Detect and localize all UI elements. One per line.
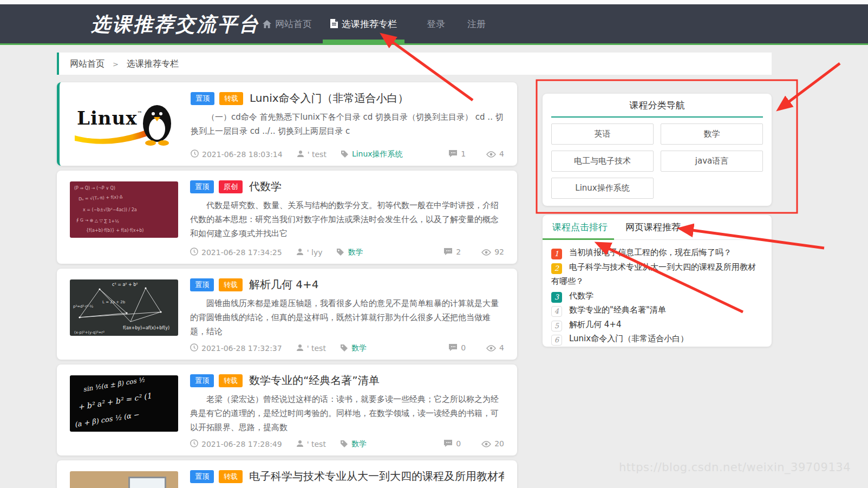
ranking-item[interactable]: 6Lunix命令入门（非常适合小白） bbox=[551, 331, 763, 346]
tab-course-click-ranking[interactable]: 课程点击排行 bbox=[543, 215, 614, 239]
rank-badge: 2 bbox=[551, 263, 562, 274]
ranking-tabs: 课程点击排行 网页课程推荐 bbox=[543, 215, 772, 240]
view-count: 4 bbox=[486, 149, 504, 159]
post-author[interactable]: ' lyy bbox=[307, 248, 323, 257]
category-button-english[interactable]: 英语 bbox=[551, 123, 654, 145]
nav-item-course-column[interactable]: 选课推荐专栏 bbox=[330, 4, 397, 43]
post-title[interactable]: 数学专业的“经典名著”清单 bbox=[249, 373, 380, 388]
annotation-arrow-category-panel bbox=[779, 63, 840, 109]
user-icon bbox=[296, 344, 304, 353]
badge-pinned: 置顶 bbox=[191, 92, 214, 105]
post-card[interactable]: Linux™ 置顶 转载 Lunix命令入门（非常适合小白） （一）cd命令 首… bbox=[57, 82, 517, 166]
post-excerpt: 圆锥曲线历来都是难题压轴题，我看很多人给的意见不是简单粗暴的计算就是大量的背圆锥… bbox=[190, 297, 504, 339]
ranking-item-title: 解析几何 4+4 bbox=[569, 320, 621, 329]
user-icon bbox=[297, 150, 304, 159]
eye-icon bbox=[486, 344, 496, 353]
csdn-watermark: https://blog.csdn.net/weixin_39709134 bbox=[619, 461, 851, 474]
geometry-chalkboard-image: c² = a² + b² L = 2a + 2b f(ax+by)=af(x)+… bbox=[70, 279, 178, 336]
classroom-photo-image bbox=[70, 471, 178, 488]
post-date: 2021-06-28 18:03:14 bbox=[202, 150, 283, 159]
post-card[interactable]: sin ½(α ± β) cos ½ + b² a² + b² = c² (1 … bbox=[57, 365, 517, 456]
rank-badge: 1 bbox=[551, 249, 562, 259]
badge-repost: 转载 bbox=[219, 278, 243, 291]
post-title[interactable]: Lunix命令入门（非常适合小白） bbox=[250, 91, 409, 106]
ranking-panel: 课程点击排行 网页课程推荐 1当初填报电子信息工程的你，现在后悔了吗？ 2电子科… bbox=[543, 215, 772, 347]
svg-text:p²=d²·r²·½: p²=d²·r²·½ bbox=[73, 304, 93, 309]
post-author[interactable]: ' test bbox=[308, 150, 327, 159]
post-title[interactable]: 解析几何 4+4 bbox=[249, 277, 319, 292]
ranking-item-title: Lunix命令入门（非常适合小白） bbox=[569, 334, 688, 343]
post-author[interactable]: ' test bbox=[307, 344, 326, 353]
linux-logo-image: Linux™ bbox=[70, 93, 179, 149]
badge-pinned: 置顶 bbox=[190, 180, 214, 193]
comment-icon bbox=[443, 248, 453, 257]
breadcrumb-home-link[interactable]: 网站首页 bbox=[70, 58, 105, 69]
badge-repost: 转载 bbox=[219, 92, 243, 105]
category-button-math[interactable]: 数学 bbox=[661, 123, 763, 145]
tag-icon bbox=[336, 248, 344, 257]
nav-item-label: 网站首页 bbox=[275, 18, 312, 29]
ranking-item[interactable]: 4数学专业的"经典名著"清单 bbox=[551, 303, 763, 317]
category-button-linux[interactable]: Linux操作系统 bbox=[551, 178, 654, 199]
rank-badge: 5 bbox=[551, 321, 562, 331]
view-count: 4 bbox=[486, 343, 504, 353]
badge-pinned: 置顶 bbox=[190, 470, 214, 483]
nav-item-home[interactable]: 网站首页 bbox=[263, 4, 312, 43]
clock-icon bbox=[190, 343, 198, 353]
post-title[interactable]: 电子科学与技术专业从大一到大四的课程及所用教材有哪 bbox=[249, 469, 504, 484]
tag-icon bbox=[340, 440, 348, 449]
geo-label: c² = a² + b² bbox=[112, 282, 138, 287]
post-title[interactable]: 代数学 bbox=[249, 179, 282, 194]
ranking-item[interactable]: 5解析几何 4+4 bbox=[551, 317, 763, 332]
post-tag-link[interactable]: Linux操作系统 bbox=[352, 149, 403, 159]
user-icon bbox=[296, 440, 304, 449]
home-icon bbox=[263, 5, 271, 44]
navbar: 选课推荐交流平台 网站首页 选课推荐专栏 登录 注册 bbox=[0, 4, 868, 45]
nav-item-label: 选课推荐专栏 bbox=[342, 18, 397, 29]
post-excerpt: （一）cd命令 首先熟悉下lunix下各个目录 cd 切换目录（切换到主目录） … bbox=[191, 110, 504, 139]
comment-count: 0 bbox=[443, 439, 461, 449]
document-icon bbox=[330, 5, 338, 44]
site-logo[interactable]: 选课推荐交流平台 bbox=[91, 4, 260, 43]
post-tag-link[interactable]: 数学 bbox=[348, 248, 363, 257]
post-tag-link[interactable]: 数学 bbox=[351, 439, 367, 449]
tag-icon bbox=[341, 150, 349, 159]
ranking-item-title: 数学专业的"经典名著"清单 bbox=[569, 305, 666, 315]
post-date: 2021-06-28 17:32:37 bbox=[201, 344, 282, 353]
comment-count: 0 bbox=[448, 343, 466, 353]
post-card[interactable]: (P ⇒ Q) → (¬P ∨ Q) Dₐ = √(Tₐ·π) + f(x)·Δ… bbox=[57, 171, 517, 264]
breadcrumb-separator: > bbox=[113, 60, 119, 68]
category-nav-title: 课程分类导航 bbox=[543, 94, 772, 112]
ranking-item-title: 代数学 bbox=[569, 291, 593, 301]
nav-item-register[interactable]: 注册 bbox=[467, 4, 486, 43]
rank-badge: 6 bbox=[551, 335, 562, 346]
top-strip bbox=[0, 0, 868, 4]
clock-icon bbox=[190, 439, 198, 449]
view-count: 92 bbox=[481, 248, 504, 257]
user-icon bbox=[296, 248, 304, 257]
clock-icon bbox=[190, 248, 198, 257]
nav-item-label: 登录 bbox=[427, 18, 445, 29]
comment-icon bbox=[448, 343, 458, 353]
svg-text:f(ax+by)=af(x)+bf(y): f(ax+by)=af(x)+bf(y) bbox=[123, 326, 169, 330]
nav-item-login[interactable]: 登录 bbox=[427, 4, 445, 43]
svg-text:L = 2a + 2b: L = 2a + 2b bbox=[102, 300, 126, 304]
view-count: 20 bbox=[481, 439, 504, 449]
category-button-electrical[interactable]: 电工与电子技术 bbox=[551, 151, 654, 172]
ranking-list: 1当初填报电子信息工程的你，现在后悔了吗？ 2电子科学与技术专业从大一到大四的课… bbox=[543, 240, 772, 346]
tab-web-course-recommend[interactable]: 网页课程推荐 bbox=[625, 215, 681, 239]
post-card[interactable]: 置顶 转载 电子科学与技术专业从大一到大四的课程及所用教材有哪 bbox=[57, 460, 517, 488]
breadcrumb-current: 选课推荐专栏 bbox=[127, 58, 179, 69]
ranking-item[interactable]: 1当初填报电子信息工程的你，现在后悔了吗？ bbox=[551, 245, 763, 260]
post-tag-link[interactable]: 数学 bbox=[351, 343, 367, 353]
eye-icon bbox=[481, 440, 491, 449]
rank-badge: 3 bbox=[551, 292, 562, 303]
post-card[interactable]: c² = a² + b² L = 2a + 2b f(ax+by)=af(x)+… bbox=[57, 269, 517, 360]
ranking-item[interactable]: 2电子科学与技术专业从大一到大四的课程及所用教材有哪些？ bbox=[551, 260, 763, 289]
trig-formulas-image: sin ½(α ± β) cos ½ + b² a² + b² = c² (1 … bbox=[70, 375, 178, 432]
category-button-java[interactable]: java语言 bbox=[661, 151, 763, 172]
ranking-item[interactable]: 3代数学 bbox=[551, 289, 763, 303]
post-date: 2021-06-28 17:28:49 bbox=[201, 440, 282, 448]
badge-pinned: 置顶 bbox=[190, 374, 214, 387]
post-author[interactable]: ' test bbox=[307, 440, 326, 448]
